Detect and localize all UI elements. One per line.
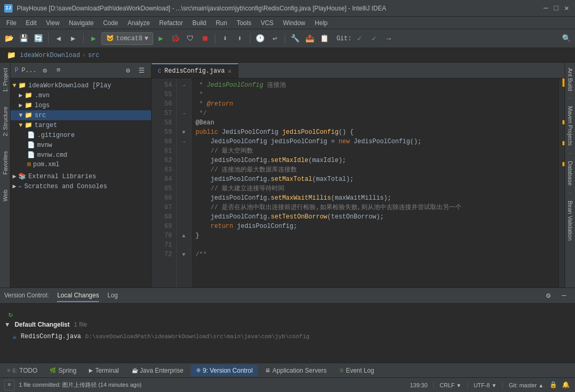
- menu-navigate[interactable]: Navigate: [65, 18, 98, 28]
- sync-button[interactable]: 🔄: [31, 32, 45, 45]
- minimize-button[interactable]: ─: [542, 4, 550, 13]
- web-tab[interactable]: Web: [1, 185, 9, 206]
- vc-minimize-button[interactable]: ─: [557, 289, 571, 303]
- external-button[interactable]: 📤: [303, 32, 317, 45]
- menu-code[interactable]: Code: [99, 18, 122, 28]
- tree-item-mvnwcmd[interactable]: 📄 mvnw.cmd: [10, 150, 151, 160]
- java-enterprise-label: Java Enterprise: [140, 367, 183, 374]
- code-editor[interactable]: 54 55 56 57 58 59 60 61 62 63 64 65 66 6…: [152, 78, 565, 287]
- menu-tools[interactable]: Tools: [233, 18, 256, 28]
- version-control-tab[interactable]: ⑨ 9: Version Control: [191, 365, 258, 376]
- scrollbar-track[interactable]: [558, 78, 565, 287]
- build-button[interactable]: ▶: [87, 32, 100, 45]
- status-encoding[interactable]: UTF-8 ▼: [472, 382, 499, 388]
- step-button[interactable]: ⬇: [218, 32, 232, 45]
- menu-help[interactable]: Help: [310, 18, 332, 28]
- changed-file-item[interactable]: ☕ RedisConfig.java D:\saveDownloadPath\i…: [4, 331, 571, 342]
- extra-button[interactable]: 📋: [318, 32, 331, 45]
- breadcrumb-src[interactable]: src: [88, 52, 99, 59]
- window-controls[interactable]: ─ □ ✕: [542, 4, 571, 13]
- breadcrumb-ideaworkdownload[interactable]: ideaWorkDownload: [20, 52, 80, 59]
- tree-item-pomxml[interactable]: m pom.xml: [10, 160, 151, 169]
- git-check-button[interactable]: ✓: [352, 32, 366, 45]
- status-line-ending[interactable]: CRLF ▼: [438, 382, 464, 388]
- menu-edit[interactable]: Edit: [21, 18, 41, 28]
- run-config-dropdown[interactable]: 🐱 tomcat8 ▼: [101, 32, 153, 45]
- back-button[interactable]: ◀: [52, 32, 65, 45]
- changelist-refresh-button[interactable]: ↻: [4, 308, 571, 321]
- tree-item-target[interactable]: ▼ 📁 target: [10, 120, 151, 130]
- history-button[interactable]: 🕐: [254, 32, 267, 45]
- spring-tab[interactable]: 🌿 Spring: [44, 365, 82, 376]
- run-button[interactable]: ▶: [154, 32, 168, 45]
- java-enterprise-tab[interactable]: ☕ Java Enterprise: [126, 365, 189, 376]
- tree-item-extlibs[interactable]: ▶ 📚 External Libraries: [10, 171, 151, 181]
- code-content[interactable]: * JedisPoolConfig 连接池 * * @return */ @Be…: [191, 78, 558, 287]
- log-tab[interactable]: Log: [107, 290, 118, 302]
- folder-collapse-icon-extlibs: ▶: [13, 172, 16, 180]
- project-gear-button[interactable]: ⚙: [123, 65, 133, 76]
- ant-build-tab[interactable]: Ant Build: [566, 63, 574, 96]
- tree-item-src[interactable]: ▼ 📁 src: [10, 110, 151, 120]
- maximize-button[interactable]: □: [552, 4, 560, 13]
- menu-run[interactable]: Run: [212, 18, 232, 28]
- project-collapse-button[interactable]: ☰: [136, 65, 147, 76]
- git-push-button[interactable]: ✓: [367, 32, 381, 45]
- vc-settings-button[interactable]: ⚙: [542, 289, 555, 303]
- spring-icon: 🌿: [50, 367, 56, 373]
- menu-view[interactable]: View: [42, 18, 64, 28]
- menu-refactor[interactable]: Refactor: [155, 18, 187, 28]
- line-numbers: 54 55 56 57 58 59 60 61 62 63 64 65 66 6…: [152, 78, 177, 287]
- tree-label-gitignore: .gitignore: [37, 132, 149, 139]
- local-changes-tab[interactable]: Local Changes: [57, 290, 99, 302]
- rollback-button[interactable]: ↩: [268, 32, 282, 45]
- git-pull-button[interactable]: →: [382, 32, 395, 45]
- menu-analyze[interactable]: Analyze: [123, 18, 154, 28]
- stop-button[interactable]: ⏹: [198, 32, 212, 45]
- bottom-area: Version Control: Local Changes Log ⚙ ─ ↻…: [0, 287, 575, 392]
- tree-item-root[interactable]: ▼ 📁 ideaWorkDownload [Play: [10, 80, 151, 90]
- separator-5: [285, 33, 285, 44]
- forward-button[interactable]: ▶: [66, 32, 80, 45]
- menu-build[interactable]: Build: [188, 18, 211, 28]
- settings-button[interactable]: 🔧: [289, 32, 302, 45]
- project-settings-button[interactable]: ⚙: [40, 65, 50, 76]
- status-git[interactable]: Git: master ▲: [507, 382, 546, 388]
- close-button[interactable]: ✕: [562, 4, 571, 13]
- save-button[interactable]: 💾: [17, 32, 30, 45]
- event-log-tab[interactable]: ① Event Log: [334, 365, 380, 376]
- menu-vcs[interactable]: VCS: [257, 18, 278, 28]
- step-out-button[interactable]: ⬆: [233, 32, 247, 45]
- status-notification-icon[interactable]: 🔔: [560, 380, 571, 390]
- tree-item-scratches[interactable]: ▶ ✏ Scratches and Consoles: [10, 181, 151, 191]
- menu-file[interactable]: File: [2, 18, 20, 28]
- project-tab[interactable]: 1: Project: [1, 63, 9, 97]
- tree-label-pomxml: pom.xml: [33, 161, 149, 168]
- maven-projects-tab[interactable]: Maven Projects: [566, 101, 574, 151]
- project-tree: ▼ 📁 ideaWorkDownload [Play ▶ 📁 .mvn ▶ 📁 …: [10, 78, 151, 287]
- bean-validation-tab[interactable]: Bean Validation: [566, 195, 574, 246]
- project-filter-button[interactable]: ≡: [53, 65, 64, 76]
- coverage-button[interactable]: 🛡: [183, 32, 197, 45]
- tab-close-button[interactable]: ✕: [228, 67, 232, 75]
- menu-window[interactable]: Window: [279, 18, 309, 28]
- status-position[interactable]: 139:30: [408, 382, 430, 388]
- todo-tab[interactable]: ≡ 6: TODO: [2, 365, 42, 376]
- tree-item-mvnw[interactable]: 📄 mvnw: [10, 140, 151, 150]
- favorites-tab[interactable]: Favorites: [1, 146, 9, 180]
- scroll-marker-1: [562, 78, 565, 87]
- structure-tab[interactable]: 2: Structure: [1, 101, 9, 142]
- search-everywhere-button[interactable]: 🔍: [559, 32, 573, 45]
- database-tab[interactable]: Database: [566, 156, 574, 191]
- terminal-tab[interactable]: ▶ Terminal: [84, 365, 124, 376]
- tree-item-logs[interactable]: ▶ 📁 logs: [10, 100, 151, 110]
- open-folder-button[interactable]: 📂: [2, 32, 16, 45]
- tree-item-mvn[interactable]: ▶ 📁 .mvn: [10, 90, 151, 100]
- status-lock-icon[interactable]: 🔒: [548, 380, 558, 390]
- status-indent-button[interactable]: ≡: [4, 380, 15, 390]
- tree-item-gitignore[interactable]: 📄 .gitignore: [10, 130, 151, 140]
- editor-tab-redisconfig[interactable]: C RedisConfig.java ✕: [152, 63, 238, 78]
- right-side-tabs: Ant Build Maven Projects Database Bean V…: [568, 63, 572, 287]
- debug-button[interactable]: 🐞: [169, 32, 182, 45]
- app-servers-tab[interactable]: 🖥 Application Servers: [260, 365, 331, 376]
